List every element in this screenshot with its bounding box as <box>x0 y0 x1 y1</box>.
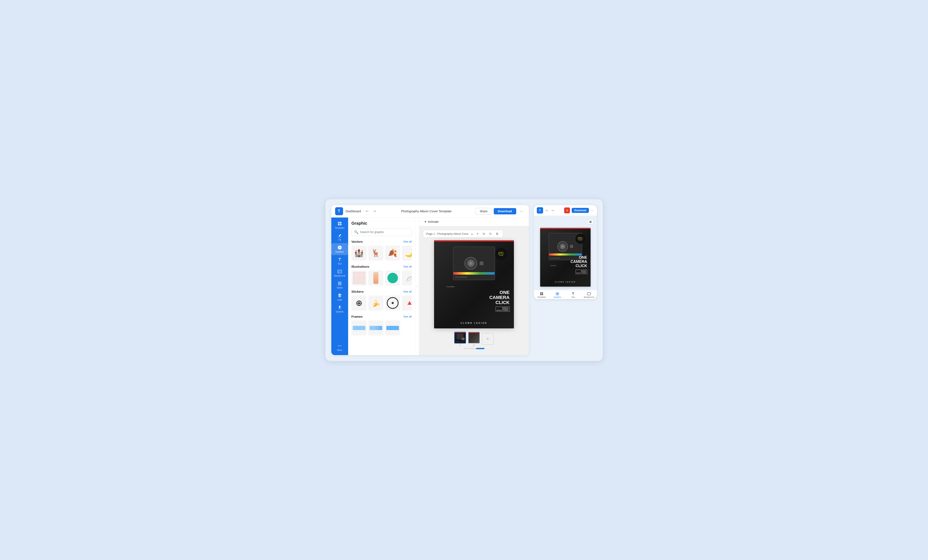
illustration-circle[interactable] <box>385 271 400 286</box>
mobile-nav-graphics[interactable]: Graphics <box>549 292 565 298</box>
add-page-bar-btn[interactable]: ⊞ <box>481 231 486 236</box>
search-box: 🔍 <box>351 228 412 236</box>
sidebar-item-more[interactable]: More <box>331 341 348 353</box>
illustration-bottle[interactable] <box>368 271 383 286</box>
svg-point-6 <box>339 345 340 346</box>
mobile-nav-templates[interactable]: Templates <box>534 292 549 298</box>
delete-page-btn[interactable]: 🗑 <box>495 231 500 236</box>
sidebar-item-logo[interactable]: Logo <box>331 291 348 303</box>
mobile-nav-text[interactable]: Text <box>565 292 581 298</box>
mobile-band-name: CLOWN LEGION <box>555 281 575 283</box>
download-button[interactable]: Download <box>494 208 516 215</box>
cone-icon: 🔺 <box>405 299 412 307</box>
sticker-mickey[interactable]: ⊕ <box>351 295 366 310</box>
stickers-see-all[interactable]: See all <box>403 290 412 293</box>
parental-text: PARENTALADVISORYEXPLICIT CONTENT <box>497 307 508 311</box>
mickey-icon: ⊕ <box>356 298 362 307</box>
rebel-badge: REBELREVOLTTOUR <box>495 248 508 260</box>
thumb-2-content <box>469 332 479 343</box>
sidebar-item-fill[interactable]: Fill <box>331 231 348 243</box>
mobile-logo[interactable]: T <box>537 207 543 213</box>
vectors-see-all[interactable]: See all <box>403 240 412 243</box>
vector-deer[interactable]: 🦌 <box>368 245 383 260</box>
main-text-line3: CLICK <box>489 300 510 305</box>
mobile-layout-btn[interactable]: ⊞ <box>588 219 594 224</box>
dots-pattern <box>353 272 365 284</box>
svg-point-7 <box>340 345 341 346</box>
mobile-download-btn[interactable]: Download <box>572 208 589 213</box>
sticker-wheel[interactable] <box>385 295 400 310</box>
page-thumb-1[interactable]: ONECAMERACLICK CLOWN LEGION <box>454 332 466 344</box>
vectors-row: 🏰 🦌 🍂 🌙 › <box>351 245 412 260</box>
canvas-toolbar: ✦ Animate <box>419 218 529 226</box>
vector-leaves[interactable]: 🍂 <box>385 245 400 260</box>
add-page-button[interactable]: + <box>482 333 494 345</box>
stickers-title: Stickers <box>351 290 364 293</box>
sticker-banana[interactable]: 🍌 <box>368 295 383 310</box>
mobile-album-cover: POLAROID REBELREVOLTTOUR Pronto600 ONE C… <box>540 228 591 287</box>
sidebar-item-text[interactable]: Text <box>331 255 348 267</box>
search-icon: 🔍 <box>354 230 359 234</box>
page-label: Page 1 - Photography Album Cove <box>426 232 468 235</box>
frame-item-2[interactable] <box>368 320 383 336</box>
mobile-nav-graphics-label: Graphics <box>554 296 561 298</box>
vector-moon[interactable]: 🌙 <box>402 245 412 260</box>
sidebar-item-tables[interactable]: Tables <box>331 279 348 291</box>
album-cover: POLAROID REBELREVOLTTOUR Pronto600 <box>434 240 514 329</box>
frames-see-all[interactable]: See all <box>403 315 412 318</box>
frame-shape-2 <box>369 326 382 330</box>
sidebar-item-templates[interactable]: Templates <box>331 219 348 231</box>
sidebar-item-background[interactable]: Background <box>331 267 348 279</box>
mobile-redo-btn[interactable]: ↪ <box>551 208 555 213</box>
svg-rect-8 <box>540 292 542 294</box>
sidebar-label-graphics: Graphics <box>335 251 344 253</box>
mobile-nav-background[interactable]: Background <box>581 292 597 298</box>
app-logo[interactable]: T <box>335 207 343 215</box>
app-body: Templates Fill Graphics <box>331 218 529 355</box>
sticker-cone[interactable]: 🔺 <box>402 295 412 310</box>
mobile-camera-lens <box>557 241 568 252</box>
canvas-scroll-track[interactable] <box>464 348 484 349</box>
pronto-label: Pronto600 <box>447 286 455 288</box>
frame-item-1[interactable] <box>351 320 366 336</box>
share-button[interactable]: Share <box>475 208 492 215</box>
panel-collapse-btn[interactable]: ‹ <box>415 218 419 355</box>
more-options-button[interactable]: ⋯ <box>518 208 525 215</box>
page-down-btn[interactable]: ▾ <box>476 231 480 236</box>
frame-item-3[interactable] <box>385 320 400 336</box>
canvas-content: Page 1 - Photography Album Cove ▴ ▾ ⊞ ⧉ … <box>419 226 529 355</box>
mobile-more-btn[interactable]: ⋯ <box>591 208 594 212</box>
camera-lens <box>464 257 477 269</box>
dashboard-title: Dashboard <box>346 209 361 213</box>
canvas-frame[interactable]: POLAROID REBELREVOLTTOUR Pronto600 <box>434 240 514 329</box>
sidebar-item-graphics[interactable]: Graphics <box>331 243 348 255</box>
mobile-canvas-frame[interactable]: POLAROID REBELREVOLTTOUR Pronto600 ONE C… <box>540 228 591 287</box>
castle-icon: 🏰 <box>354 249 364 257</box>
mobile-bottom-nav: Templates Graphics Text Background <box>534 290 597 299</box>
app-header: T Dashboard ↩ ↪ Photography Album Cover … <box>331 205 529 218</box>
sidebar-item-uploads[interactable]: Uploads <box>331 303 348 315</box>
copy-page-btn[interactable]: ⧉ <box>488 231 493 236</box>
page-bar: Page 1 - Photography Album Cove ▴ ▾ ⊞ ⧉ … <box>423 230 503 237</box>
mobile-undo-btn[interactable]: ↩ <box>545 208 549 213</box>
svg-point-12 <box>557 293 558 294</box>
camera-viewfinder <box>480 262 484 265</box>
mobile-parental-text: PARENTALADVISORYEXPLICIT CONTENT <box>577 270 586 273</box>
sidebar-icons: Templates Fill Graphics <box>331 218 348 355</box>
vector-castle[interactable]: 🏰 <box>351 245 366 260</box>
sidebar-label-uploads: Uploads <box>336 310 343 313</box>
illustration-dots[interactable] <box>351 271 366 286</box>
undo-button[interactable]: ↩ <box>364 208 369 214</box>
leaves-icon: 🍂 <box>388 249 397 257</box>
album-main-text: ONE CAMERA CLICK PARENTALADVISORYEXPLICI… <box>489 290 510 312</box>
redo-button[interactable]: ↪ <box>372 208 377 214</box>
page-up-btn[interactable]: ▴ <box>470 231 474 236</box>
search-input[interactable] <box>360 230 409 234</box>
page-thumb-2[interactable] <box>468 332 480 344</box>
svg-rect-1 <box>340 222 341 223</box>
illustration-sketch[interactable] <box>402 271 412 286</box>
collapse-icon: ‹ <box>417 285 418 288</box>
illustrations-see-all[interactable]: See all <box>403 265 412 268</box>
mobile-crown-icon: ♛ <box>564 207 570 213</box>
animate-button[interactable]: ✦ Animate <box>423 219 440 224</box>
